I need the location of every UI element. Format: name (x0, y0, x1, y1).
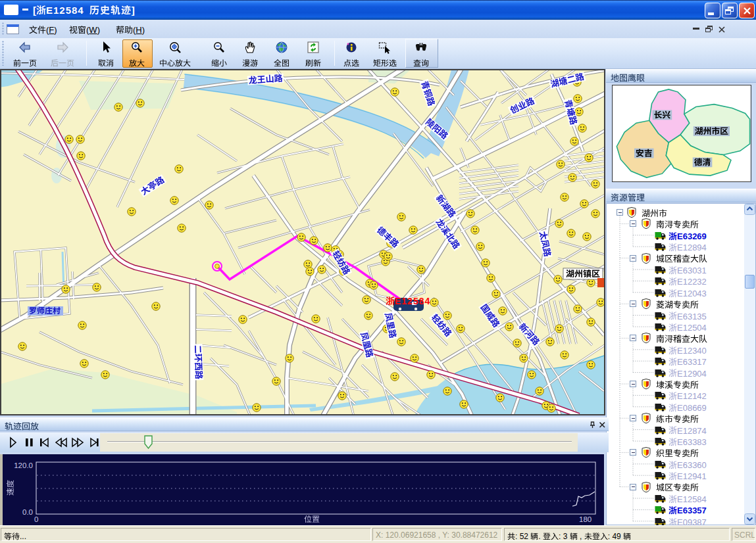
svg-text:E12584: E12584 (395, 296, 430, 306)
svg-text:120.0: 120.0 (14, 461, 33, 469)
svg-text:0.0: 0.0 (22, 508, 33, 516)
svg-text:180: 180 (579, 515, 592, 523)
svg-text:0: 0 (34, 515, 38, 523)
